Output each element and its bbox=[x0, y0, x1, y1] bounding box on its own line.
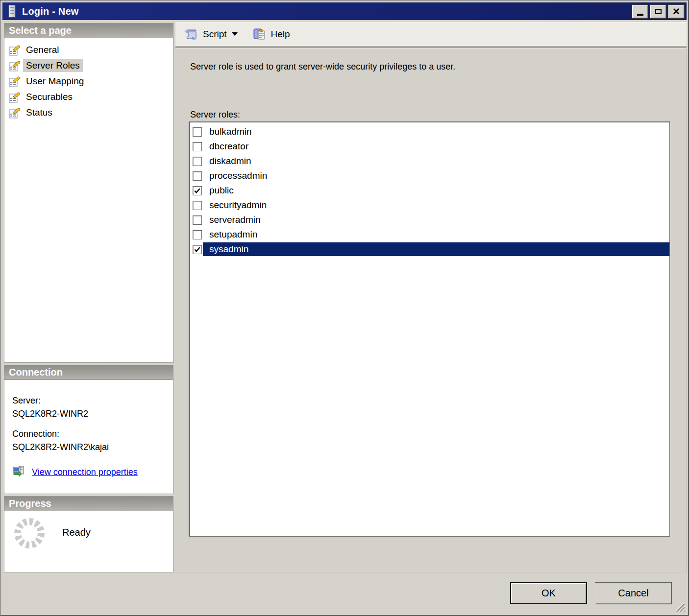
connection-header: Connection bbox=[4, 365, 173, 380]
checkbox-checked-icon[interactable] bbox=[193, 186, 202, 195]
close-icon: ✕ bbox=[672, 7, 680, 16]
sidebar-item-securables[interactable]: Securables bbox=[4, 89, 173, 105]
login-new-dialog: Login - New ✕ Select a page GeneralServe… bbox=[0, 0, 689, 616]
view-connection-properties-link[interactable]: View connection properties bbox=[32, 467, 138, 477]
connection-properties-icon bbox=[12, 465, 28, 479]
script-dropdown-icon[interactable] bbox=[232, 32, 238, 36]
page-icon bbox=[8, 75, 23, 88]
help-button[interactable]: Help bbox=[248, 25, 294, 44]
server-roles-listbox[interactable]: bulkadmindbcreatordiskadminprocessadminp… bbox=[189, 121, 670, 537]
sidebar-item-label: Securables bbox=[23, 91, 75, 103]
sidebar-item-label: General bbox=[23, 44, 62, 56]
toolbar: Script Help bbox=[175, 22, 687, 47]
sidebar-item-general[interactable]: General bbox=[4, 42, 173, 58]
connection-body: Server: SQL2K8R2-WINR2 Connection: SQL2K… bbox=[4, 380, 173, 479]
role-row-setupadmin[interactable]: setupadmin bbox=[189, 227, 669, 242]
checkbox-unchecked-icon[interactable] bbox=[193, 157, 202, 166]
select-page-header: Select a page bbox=[4, 24, 173, 38]
connection-value: SQL2K8R2-WINR2\kajai bbox=[12, 442, 173, 452]
script-button[interactable]: Script bbox=[180, 25, 242, 44]
role-name: serveradmin bbox=[203, 213, 669, 227]
sidebar-item-status[interactable]: Status bbox=[4, 105, 173, 120]
checkbox-unchecked-icon[interactable] bbox=[193, 127, 202, 137]
minimize-button[interactable] bbox=[632, 4, 648, 19]
maximize-button[interactable] bbox=[650, 4, 666, 19]
minimize-icon bbox=[637, 14, 643, 16]
progress-status: Ready bbox=[62, 527, 91, 538]
cancel-button[interactable]: Cancel bbox=[595, 582, 672, 604]
role-name: bulkadmin bbox=[203, 125, 669, 139]
role-row-sysadmin[interactable]: sysadmin bbox=[189, 242, 669, 257]
sidebar-item-label: Status bbox=[23, 106, 55, 119]
sidebar-item-label: Server Roles bbox=[23, 59, 83, 72]
checkbox-unchecked-icon[interactable] bbox=[193, 171, 202, 181]
checkbox-unchecked-icon[interactable] bbox=[193, 215, 202, 225]
page-icon bbox=[8, 59, 23, 72]
role-name: diskadmin bbox=[203, 154, 669, 168]
page-description: Server role is used to grant server-wide… bbox=[190, 62, 455, 72]
role-row-dbcreator[interactable]: dbcreator bbox=[189, 139, 669, 154]
sidebar-item-label: User Mapping bbox=[23, 75, 87, 88]
checkbox-unchecked-icon[interactable] bbox=[193, 201, 202, 210]
role-row-diskadmin[interactable]: diskadmin bbox=[189, 154, 669, 168]
checkbox-unchecked-icon[interactable] bbox=[193, 230, 202, 239]
ok-button[interactable]: OK bbox=[510, 582, 587, 604]
help-icon bbox=[252, 27, 267, 42]
role-row-securityadmin[interactable]: securityadmin bbox=[189, 198, 669, 213]
help-label: Help bbox=[271, 29, 290, 40]
script-icon bbox=[184, 27, 199, 42]
role-name: public bbox=[203, 184, 669, 197]
window-title: Login - New bbox=[22, 6, 79, 17]
server-app-icon bbox=[6, 4, 18, 18]
checkbox-checked-icon[interactable] bbox=[193, 245, 202, 254]
role-row-public[interactable]: public bbox=[189, 183, 669, 198]
window-controls: ✕ bbox=[632, 4, 685, 19]
role-row-serveradmin[interactable]: serveradmin bbox=[189, 213, 669, 227]
select-page-list: GeneralServer RolesUser MappingSecurable… bbox=[4, 38, 173, 120]
select-page-panel: Select a page GeneralServer RolesUser Ma… bbox=[4, 23, 173, 363]
progress-body: Ready bbox=[4, 511, 173, 548]
progress-panel: Progress Ready bbox=[4, 496, 173, 572]
script-label: Script bbox=[203, 29, 227, 40]
maximize-icon bbox=[655, 9, 662, 14]
role-row-bulkadmin[interactable]: bulkadmin bbox=[189, 124, 669, 139]
progress-header: Progress bbox=[4, 497, 173, 511]
close-button[interactable]: ✕ bbox=[668, 4, 685, 19]
sidebar-item-user-mapping[interactable]: User Mapping bbox=[4, 73, 173, 89]
server-label: Server: bbox=[12, 396, 173, 406]
checkbox-unchecked-icon[interactable] bbox=[193, 142, 202, 151]
role-name: dbcreator bbox=[203, 140, 669, 153]
page-icon bbox=[8, 44, 23, 56]
role-name: securityadmin bbox=[203, 198, 669, 212]
role-name: setupadmin bbox=[203, 228, 669, 241]
progress-spinner-icon bbox=[14, 518, 45, 548]
role-name: sysadmin bbox=[203, 242, 669, 256]
connection-panel: Connection Server: SQL2K8R2-WINR2 Connec… bbox=[4, 365, 173, 494]
sidebar-item-server-roles[interactable]: Server Roles bbox=[4, 58, 173, 73]
page-icon bbox=[8, 106, 23, 119]
server-value: SQL2K8R2-WINR2 bbox=[12, 409, 173, 419]
role-name: processadmin bbox=[203, 169, 669, 183]
role-row-processadmin[interactable]: processadmin bbox=[189, 168, 669, 183]
page-icon bbox=[8, 91, 23, 103]
server-roles-page: Server role is used to grant server-wide… bbox=[175, 47, 687, 572]
server-roles-label: Server roles: bbox=[190, 110, 240, 120]
title-bar[interactable]: Login - New ✕ bbox=[2, 2, 687, 20]
resize-grip[interactable] bbox=[673, 600, 685, 612]
connection-label: Connection: bbox=[12, 429, 173, 439]
